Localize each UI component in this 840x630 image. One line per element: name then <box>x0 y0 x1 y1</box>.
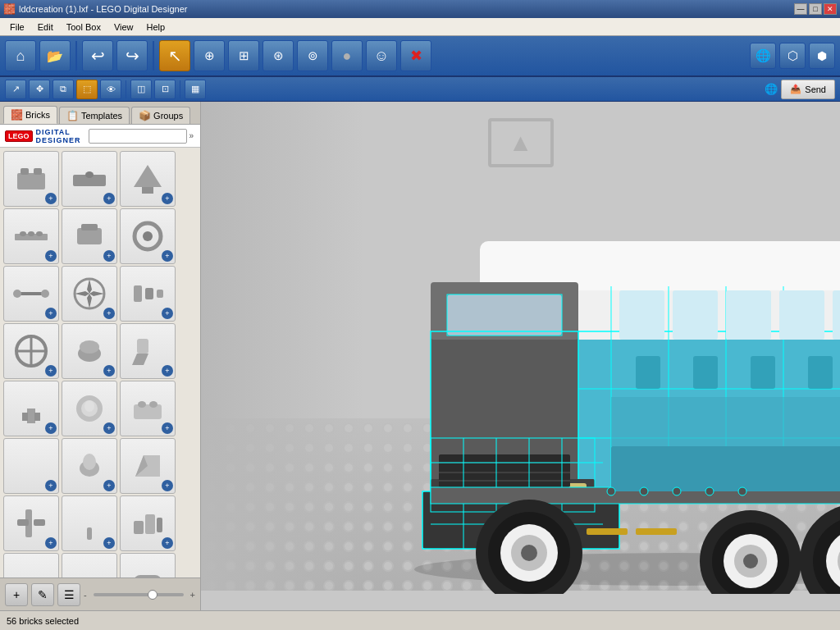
brick-add-icon[interactable]: + <box>103 480 115 491</box>
panel-add-button[interactable]: + <box>5 583 28 606</box>
menu-file[interactable]: File <box>3 21 31 34</box>
tb2-select-button[interactable]: ⬚ <box>76 80 98 99</box>
brick-add-icon[interactable]: + <box>45 193 57 204</box>
svg-rect-128 <box>611 397 840 446</box>
brick-item[interactable]: + <box>120 438 176 494</box>
brick-item[interactable]: + <box>62 495 117 551</box>
add-brick-button[interactable]: ⊕ <box>194 40 225 71</box>
separator1 <box>75 41 77 71</box>
bricks-tab[interactable]: 🧱 Bricks <box>3 106 57 124</box>
brick-item[interactable]: + <box>62 266 117 322</box>
paint-button[interactable]: ● <box>331 40 363 71</box>
brick-item[interactable]: + <box>3 495 59 551</box>
tb2-extra2-button[interactable]: ⊡ <box>154 80 176 99</box>
tb2-move-button[interactable]: ✥ <box>29 80 50 99</box>
brick-add-icon[interactable]: + <box>45 365 57 377</box>
brick-shape-svg <box>69 560 110 578</box>
brick-item[interactable]: + <box>120 553 176 578</box>
tb2-clone-button[interactable]: ⧉ <box>52 80 74 99</box>
brick-item[interactable]: + <box>62 151 117 207</box>
face-button[interactable]: ☺ <box>366 40 397 71</box>
tb2-extra1-button[interactable]: ◫ <box>130 80 152 99</box>
brick-add-icon[interactable]: + <box>103 193 115 204</box>
brick-shape-svg <box>127 503 168 544</box>
brick-item[interactable]: + <box>120 323 176 379</box>
brick-item[interactable]: + <box>62 323 117 379</box>
open-button[interactable]: 📂 <box>39 40 71 71</box>
brick-add-icon[interactable]: + <box>45 537 57 549</box>
zoom-slider[interactable] <box>94 593 184 596</box>
lego2d-button[interactable]: ⬢ <box>809 43 835 69</box>
brick-item[interactable]: + <box>3 381 59 436</box>
undo-button[interactable]: ↩ <box>82 40 113 71</box>
globe-button[interactable]: 🌐 <box>750 43 776 69</box>
tb2-hide-button[interactable]: 👁 <box>100 80 121 99</box>
menu-edit[interactable]: Edit <box>31 21 60 34</box>
brick-item[interactable]: + <box>3 323 59 379</box>
brick-add-icon[interactable]: + <box>103 365 115 377</box>
close-button[interactable]: ✕ <box>824 3 837 15</box>
panel-list-button[interactable]: ☰ <box>57 583 80 606</box>
svg-rect-31 <box>27 409 35 423</box>
brick-add-icon[interactable]: + <box>45 308 57 319</box>
pick-icon: ↗ <box>12 84 20 94</box>
status-bar: 56 bricks selected <box>0 610 840 630</box>
menu-view[interactable]: View <box>107 21 140 34</box>
brick-add-icon[interactable]: + <box>45 422 57 434</box>
brick-add-icon[interactable]: + <box>162 537 173 549</box>
zoom-thumb[interactable] <box>148 590 158 600</box>
hinge-button[interactable]: ⊚ <box>297 40 328 71</box>
collapse-button[interactable]: » <box>187 130 195 142</box>
brick-item[interactable]: + <box>120 495 176 551</box>
brick-item[interactable]: + <box>3 438 59 494</box>
maximize-button[interactable]: □ <box>809 3 822 15</box>
menu-help[interactable]: Help <box>140 21 172 34</box>
brick-add-icon[interactable]: + <box>45 480 57 491</box>
brick-item[interactable]: + <box>62 438 117 494</box>
groups-tab-label: Groups <box>153 111 183 121</box>
delete-button[interactable]: ✖ <box>400 40 431 71</box>
brick-add-icon[interactable]: + <box>162 422 173 434</box>
connect-button[interactable]: ⊞ <box>228 40 259 71</box>
svg-rect-1 <box>21 168 29 175</box>
brick-item[interactable]: + <box>62 208 117 264</box>
brick-item[interactable]: + <box>120 151 176 207</box>
menu-toolbox[interactable]: Tool Box <box>60 21 107 34</box>
cursor-button[interactable]: ↖ <box>159 40 190 71</box>
brick-item[interactable]: + <box>3 266 59 322</box>
search-input[interactable] <box>89 129 187 144</box>
send-button[interactable]: 📤 Send <box>781 80 835 99</box>
panel-edit-button[interactable]: ✎ <box>31 583 54 606</box>
brick-add-icon[interactable]: + <box>162 480 173 491</box>
tb2-grid-button[interactable]: ▦ <box>185 80 206 99</box>
brick-add-icon[interactable]: + <box>103 250 115 262</box>
brick-add-icon[interactable]: + <box>162 308 173 319</box>
brick-item[interactable]: + <box>62 553 117 578</box>
brick-item[interactable]: + <box>3 553 59 578</box>
tb2-pick-button[interactable]: ↗ <box>5 80 26 99</box>
brick-item[interactable]: + <box>3 151 59 207</box>
brick-add-icon[interactable]: + <box>103 537 115 549</box>
logo-group: LEGO DIGITAL DESIGNER <box>5 128 89 144</box>
brick-add-icon[interactable]: + <box>45 250 57 262</box>
home-button[interactable]: ⌂ <box>5 40 36 71</box>
lego3d-button[interactable]: ⬡ <box>779 43 806 69</box>
minimize-button[interactable]: — <box>794 3 807 15</box>
brick-add-icon[interactable]: + <box>162 193 173 204</box>
brick-add-icon[interactable]: + <box>103 308 115 319</box>
brick-item[interactable]: + <box>120 266 176 322</box>
brick-add-icon[interactable]: + <box>162 250 173 262</box>
brick-item[interactable]: + <box>120 381 176 436</box>
templates-tab[interactable]: 📋 Templates <box>59 107 130 124</box>
svg-rect-45 <box>17 519 29 526</box>
groups-tab[interactable]: 📦 Groups <box>131 107 190 124</box>
brick-add-icon[interactable]: + <box>162 365 173 377</box>
brick-item[interactable]: + <box>62 381 117 436</box>
brick-add-icon[interactable]: + <box>103 422 115 434</box>
flex-button[interactable]: ⊛ <box>262 40 294 71</box>
brick-item[interactable]: + <box>3 208 59 264</box>
brick-item[interactable]: + <box>120 208 176 264</box>
svg-rect-28 <box>137 339 148 354</box>
redo-button[interactable]: ↪ <box>116 40 148 71</box>
upload-overlay: ▲ <box>488 118 554 167</box>
